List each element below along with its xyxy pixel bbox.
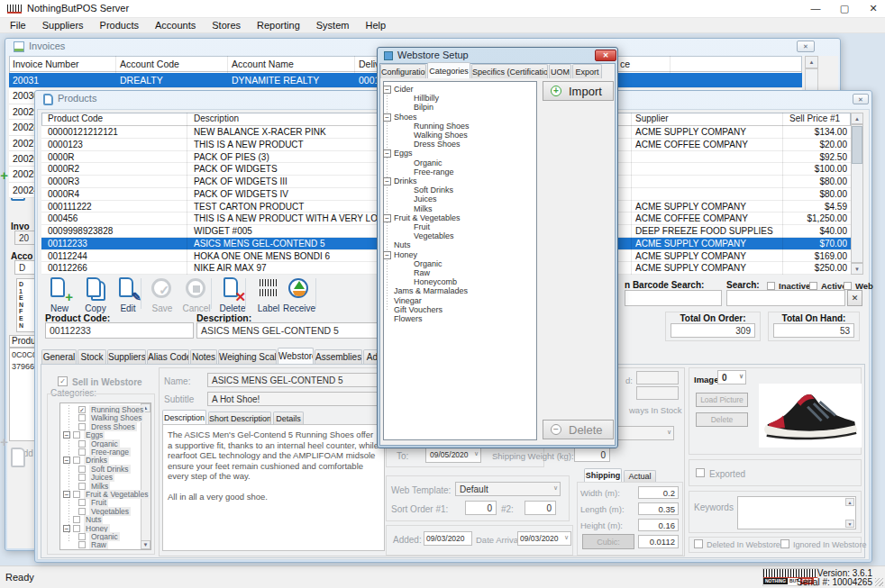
tree-guide-line bbox=[387, 90, 388, 312]
dialog-tree-item-jams-marmalades[interactable]: Jams & Marmalades bbox=[394, 286, 468, 295]
webstore-setup-dialog: Webstore Setup ✕ + Import − Delete Confi… bbox=[0, 0, 885, 588]
dialog-tree-item-fruit-vegetables[interactable]: Fruit & Vegetables bbox=[394, 213, 461, 222]
dialog-tree-item-bilpin[interactable]: Bilpin bbox=[414, 103, 433, 112]
import-plus-icon: + bbox=[551, 86, 561, 96]
category-delete-button[interactable]: − Delete bbox=[543, 420, 614, 439]
dialog-tree-item-soft-drinks[interactable]: Soft Drinks bbox=[414, 185, 453, 194]
dialog-tab-export[interactable]: Export bbox=[572, 64, 602, 78]
dialog-tree-item-honey[interactable]: Honey bbox=[394, 250, 417, 259]
dialog-tree-item-shoes[interactable]: Shoes bbox=[394, 113, 417, 122]
dialog-tree-item-milks[interactable]: Milks bbox=[414, 204, 433, 213]
import-label: Import bbox=[569, 85, 602, 98]
dialog-tree-item-walking-shoes[interactable]: Walking Shoes bbox=[414, 131, 468, 140]
dialog-tree-item-running-shoes[interactable]: Running Shoes bbox=[414, 122, 470, 131]
dialog-tree-item-nuts[interactable]: Nuts bbox=[394, 240, 411, 249]
dialog-tree-item-organic[interactable]: Organic bbox=[414, 158, 442, 167]
tree-expander-icon[interactable]: − bbox=[383, 86, 391, 94]
dialog-tree-item-dress-shoes[interactable]: Dress Shoes bbox=[414, 140, 461, 149]
dialog-tree-item-cider[interactable]: Cider bbox=[394, 85, 414, 94]
tree-expander-icon[interactable]: − bbox=[383, 214, 391, 222]
dialog-tree-item-raw[interactable]: Raw bbox=[414, 268, 430, 277]
dialog-tree-item-flowers[interactable]: Flowers bbox=[394, 314, 423, 323]
dialog-tree-item-eggs[interactable]: Eggs bbox=[394, 149, 413, 158]
category-delete-label: Delete bbox=[569, 423, 603, 437]
dialog-tree-item-hillbilly[interactable]: Hillbilly bbox=[414, 94, 439, 103]
dialog-tree-item-gift-vouchers[interactable]: Gift Vouchers bbox=[394, 305, 442, 314]
dialog-tree-item-free-range[interactable]: Free-range bbox=[414, 167, 454, 176]
dialog-tree-item-honeycomb[interactable]: Honeycomb bbox=[414, 277, 457, 286]
dialog-tab-configuration[interactable]: Configuration bbox=[380, 64, 426, 78]
dialog-tab-specifics-certification[interactable]: Specifics (Certification) bbox=[471, 64, 548, 78]
dialog-tree-item-juices[interactable]: Juices bbox=[414, 194, 437, 204]
webstore-setup-icon bbox=[384, 51, 393, 60]
dialog-title: Webstore Setup bbox=[397, 50, 469, 60]
dialog-tab-uom[interactable]: UOM bbox=[549, 64, 571, 78]
dialog-tree-item-drinks[interactable]: Drinks bbox=[394, 176, 417, 185]
tree-expander-icon[interactable]: − bbox=[383, 149, 391, 158]
dialog-tree-item-vegetables[interactable]: Vegetables bbox=[414, 231, 454, 240]
dialog-tab-categories[interactable]: Categories bbox=[427, 62, 470, 78]
tree-expander-icon[interactable]: − bbox=[383, 113, 391, 122]
tree-expander-icon[interactable]: − bbox=[383, 177, 391, 185]
dialog-tree-item-organic[interactable]: Organic bbox=[414, 259, 442, 268]
tree-expander-icon[interactable]: − bbox=[383, 251, 391, 259]
delete-minus-icon: − bbox=[551, 424, 561, 435]
dialog-tree-item-vinegar[interactable]: Vinegar bbox=[394, 296, 422, 305]
dialog-tree-item-fruit[interactable]: Fruit bbox=[414, 222, 430, 231]
import-button[interactable]: + Import bbox=[543, 81, 614, 101]
dialog-close-button[interactable]: ✕ bbox=[595, 50, 616, 61]
